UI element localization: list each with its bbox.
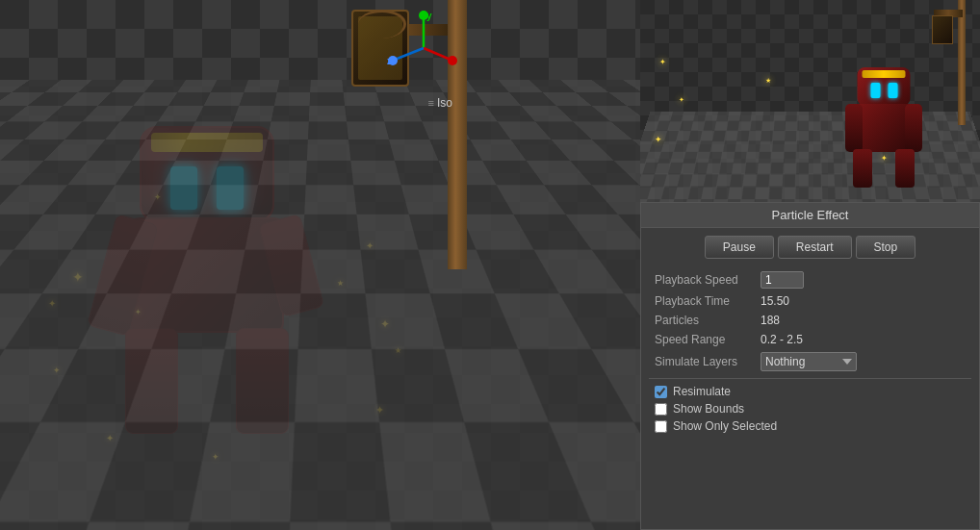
gizmo-svg: y x z	[385, 10, 462, 87]
restart-button[interactable]: Restart	[778, 236, 852, 259]
sec-sparkle-1: ✦	[659, 58, 666, 66]
sparkle-1: ✦	[72, 269, 84, 285]
robot-eye-left	[170, 166, 197, 210]
show-bounds-row: Show Bounds	[649, 400, 971, 417]
playback-speed-input[interactable]	[761, 271, 804, 289]
particles-row: Particles 188	[649, 311, 971, 330]
svg-text:z: z	[387, 56, 392, 66]
particle-panel: Particle Effect Pause Restart Stop Playb…	[640, 202, 980, 530]
secondary-viewport: ✦ ✦ ✦ ★ ✦	[640, 0, 980, 202]
sec-sparkle-3: ✦	[655, 135, 662, 144]
sparkle-7: ★	[337, 279, 344, 288]
speed-range-value: 0.2 - 2.5	[755, 330, 971, 349]
robot-eye-right	[217, 166, 244, 210]
viewport-background: ✦ ✦ ✦ ✦ ✦ ✦ ★ ✦ ✦ ★ ✦ ✦ y	[0, 0, 640, 530]
simulate-layers-row: Simulate Layers Nothing Everything Defau…	[649, 349, 971, 374]
button-row: Pause Restart Stop	[649, 236, 971, 259]
sec-sparkle-2: ✦	[679, 96, 684, 104]
particles-label: Particles	[649, 311, 755, 330]
playback-speed-cell	[755, 268, 971, 291]
robot-figure	[96, 126, 318, 492]
small-robot	[845, 67, 922, 183]
stop-button[interactable]: Stop	[856, 236, 916, 259]
main-container: ✦ ✦ ✦ ✦ ✦ ✦ ★ ✦ ✦ ★ ✦ ✦ y	[0, 0, 980, 530]
svg-text:x: x	[451, 56, 456, 66]
playback-time-value: 15.50	[755, 291, 971, 311]
sec-sparkle-4: ★	[765, 77, 771, 85]
sparkle-10: ★	[395, 346, 401, 355]
robot-eyes	[170, 166, 244, 210]
speed-range-label: Speed Range	[649, 330, 755, 349]
small-arm-left	[845, 104, 863, 152]
playback-speed-row: Playback Speed	[649, 268, 971, 291]
show-bounds-label: Show Bounds	[673, 402, 744, 416]
small-lantern-pole	[958, 0, 966, 125]
speed-range-row: Speed Range 0.2 - 2.5	[649, 330, 971, 349]
particle-controls: Pause Restart Stop Playback Speed Playba…	[641, 228, 979, 442]
small-lantern-box	[932, 15, 953, 44]
sec-sparkle-5: ✦	[881, 154, 888, 163]
robot-leg-left	[125, 328, 178, 434]
sparkle-9: ✦	[106, 433, 114, 443]
sparkle-6: ✦	[375, 404, 384, 416]
sparkle-2: ✦	[48, 298, 56, 309]
floor-grid	[0, 0, 640, 80]
sparkle-8: ✦	[154, 192, 162, 202]
iso-label: ≡ Iso	[428, 96, 453, 110]
playback-time-label: Playback Time	[649, 291, 755, 311]
sparkle-12: ✦	[135, 308, 142, 316]
svg-text:y: y	[426, 11, 432, 21]
secondary-bg: ✦ ✦ ✦ ★ ✦	[640, 0, 980, 202]
show-only-selected-label: Show Only Selected	[673, 419, 777, 433]
main-viewport: ✦ ✦ ✦ ✦ ✦ ✦ ★ ✦ ✦ ★ ✦ ✦ y	[0, 0, 640, 530]
small-robot-head	[858, 67, 911, 106]
playback-speed-label: Playback Speed	[649, 268, 755, 291]
small-arm-right	[905, 104, 922, 152]
resimulate-row: Resimulate	[649, 383, 971, 400]
show-only-selected-row: Show Only Selected	[649, 417, 971, 435]
secondary-floor	[640, 112, 980, 202]
simulate-layers-label: Simulate Layers	[649, 349, 755, 374]
particles-value: 188	[755, 311, 971, 330]
svg-line-3	[424, 48, 451, 60]
resimulate-label: Resimulate	[673, 385, 731, 398]
pause-button[interactable]: Pause	[705, 236, 774, 259]
info-table: Playback Speed Playback Time 15.50 Parti…	[649, 268, 971, 374]
playback-time-row: Playback Time 15.50	[649, 291, 971, 311]
small-robot-eye-left	[870, 83, 880, 98]
sparkle-4: ✦	[380, 317, 390, 331]
svg-line-6	[395, 48, 424, 60]
axis-gizmo: y x z	[385, 10, 462, 87]
small-leg-left	[853, 149, 872, 188]
sparkle-11: ✦	[212, 452, 219, 462]
particle-effect-title: Particle Effect	[641, 203, 979, 228]
show-bounds-checkbox[interactable]	[655, 403, 667, 416]
simulate-layers-cell: Nothing Everything Default TransparentFX	[755, 349, 971, 374]
divider	[649, 378, 971, 379]
small-robot-eye-right	[888, 83, 897, 98]
small-leg-right	[895, 149, 915, 188]
robot-leg-right	[236, 328, 289, 434]
sparkle-3: ✦	[366, 240, 374, 251]
robot-head	[140, 126, 274, 222]
right-panel: ✦ ✦ ✦ ★ ✦ Particle Effect Pause Restart …	[640, 0, 980, 530]
resimulate-checkbox[interactable]	[655, 386, 667, 398]
small-robot-eyes	[870, 83, 897, 98]
small-robot-body	[855, 104, 913, 152]
show-only-selected-checkbox[interactable]	[655, 420, 667, 433]
sparkle-5: ✦	[53, 366, 61, 375]
simulate-layers-select[interactable]: Nothing Everything Default TransparentFX	[761, 352, 857, 371]
